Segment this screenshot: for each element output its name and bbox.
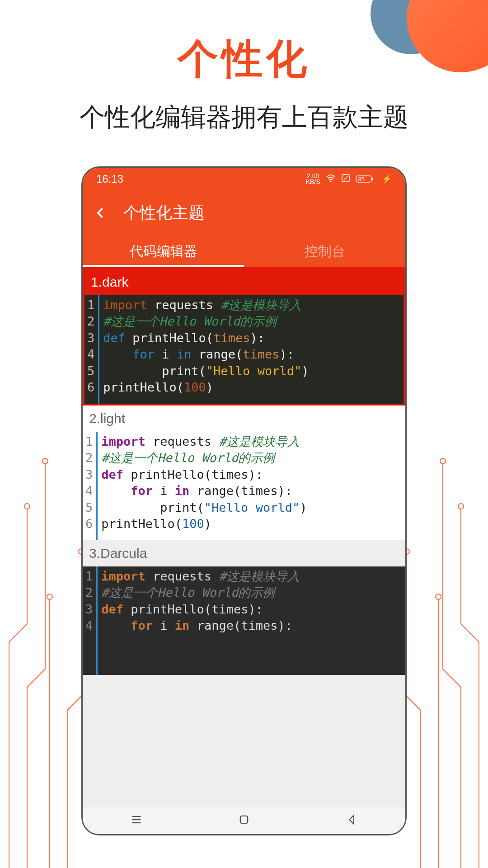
code-lines: import requests #这是模块导入#这是一个Hello World的… xyxy=(99,295,404,404)
android-nav-bar xyxy=(83,807,405,834)
themes-list[interactable]: 1.dark 123456 import requests #这是模块导入#这是… xyxy=(83,267,405,807)
theme-option-dark[interactable]: 1.dark 123456 import requests #这是模块导入#这是… xyxy=(83,267,405,406)
page-subtitle: 个性化编辑器拥有上百款主题 xyxy=(0,100,488,135)
app-header: 个性化主题 xyxy=(83,190,405,236)
svg-point-0 xyxy=(24,504,30,509)
status-net-speed: 2.00 KB/S xyxy=(306,173,320,184)
theme-option-darcula[interactable]: 3.Darcula 1234 import requests #这是模块导入#这… xyxy=(83,540,405,675)
nav-back-icon[interactable] xyxy=(345,813,358,828)
tab-code-editor[interactable]: 代码编辑器 xyxy=(83,236,244,267)
code-preview-darcula: 1234 import requests #这是模块导入#这是一个Hello W… xyxy=(83,566,405,675)
code-preview-light: 123456 import requests #这是模块导入#这是一个Hello… xyxy=(83,432,405,540)
svg-point-1 xyxy=(42,458,48,464)
code-lines: import requests #这是模块导入#这是一个Hello World的… xyxy=(98,566,405,675)
svg-point-4 xyxy=(458,504,464,509)
theme-label: 2.light xyxy=(83,406,405,432)
header-title: 个性化主题 xyxy=(123,202,205,224)
theme-label: 3.Darcula xyxy=(83,540,405,566)
phone-mockup: 16:13 2.00 KB/S 85 ⚡ 个性化主题 代码编辑器 xyxy=(81,166,407,835)
code-preview-dark: 123456 import requests #这是模块导入#这是一个Hello… xyxy=(84,295,404,404)
tab-console[interactable]: 控制台 xyxy=(244,236,405,267)
line-gutter: 123456 xyxy=(84,295,99,404)
line-gutter: 123456 xyxy=(83,432,98,540)
back-button[interactable] xyxy=(92,204,110,222)
svg-point-2 xyxy=(47,594,52,599)
wifi-icon xyxy=(326,174,336,184)
nav-recent-icon[interactable] xyxy=(130,813,143,828)
svg-point-6 xyxy=(436,594,441,599)
svg-point-8 xyxy=(330,180,331,182)
code-lines: import requests #这是模块导入#这是一个Hello World的… xyxy=(98,432,405,540)
theme-label: 1.dark xyxy=(84,269,404,295)
svg-point-5 xyxy=(440,458,446,464)
nav-home-icon[interactable] xyxy=(238,813,250,828)
do-not-disturb-icon xyxy=(341,174,350,185)
svg-line-10 xyxy=(344,176,347,180)
svg-rect-16 xyxy=(240,816,248,823)
battery-icon: 85 ⚡ xyxy=(356,174,392,184)
line-gutter: 1234 xyxy=(83,566,98,675)
status-bar: 16:13 2.00 KB/S 85 ⚡ xyxy=(83,168,405,190)
tabs: 代码编辑器 控制台 xyxy=(83,236,405,267)
page-title: 个性化 xyxy=(0,32,488,87)
status-time: 16:13 xyxy=(96,173,123,185)
svg-rect-12 xyxy=(372,178,373,180)
theme-option-light[interactable]: 2.light 123456 import requests #这是模块导入#这… xyxy=(83,406,405,540)
